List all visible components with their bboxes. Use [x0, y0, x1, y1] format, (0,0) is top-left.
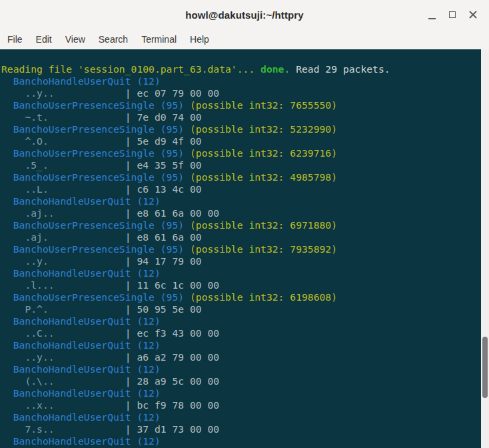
menubar: File Edit View Search Terminal Help: [0, 29, 489, 49]
packet-line: BanchoHandleUserQuit (12): [1, 75, 481, 87]
packet-line: BanchoHandleUserQuit (12): [1, 435, 481, 447]
minimize-icon: [428, 18, 436, 19]
packet-line: BanchoUserPresenceSingle (95) (possible …: [1, 123, 481, 135]
menu-item-file[interactable]: File: [1, 31, 29, 48]
hexdump-line: ..x.. | bc f9 78 00 00: [1, 399, 481, 411]
close-button[interactable]: [466, 5, 480, 24]
hexdump-line: ..y.. | ec 07 79 00 00: [1, 87, 481, 99]
menu-item-edit[interactable]: Edit: [29, 31, 59, 48]
hexdump-line: P.^. | 50 95 5e 00: [1, 303, 481, 315]
menu-item-search[interactable]: Search: [92, 31, 135, 48]
packet-line: BanchoHandleUserQuit (12): [1, 411, 481, 423]
maximize-icon: [449, 11, 456, 18]
menu-item-terminal[interactable]: Terminal: [135, 31, 183, 48]
hexdump-line: .aj. | e8 61 6a 00: [1, 231, 481, 243]
packet-line: BanchoHandleUserQuit (12): [1, 315, 481, 327]
menu-item-view[interactable]: View: [59, 31, 92, 48]
packet-line: BanchoHandleUserQuit (12): [1, 387, 481, 399]
close-icon: [469, 11, 477, 19]
menu-item-help[interactable]: Help: [183, 31, 216, 48]
hexdump-line: 7.s.. | 37 d1 73 00 00: [1, 423, 481, 435]
scrollbar-thumb[interactable]: [482, 337, 488, 398]
scrollbar-track[interactable]: [481, 49, 489, 448]
maximize-button[interactable]: [446, 5, 459, 24]
status-line: Reading file 'session_0100.part_63.data'…: [1, 63, 481, 75]
packet-line: BanchoUserPresenceSingle (95) (possible …: [1, 243, 481, 255]
terminal-screen[interactable]: Reading file 'session_0100.part_63.data'…: [0, 49, 481, 448]
minimize-button[interactable]: [425, 5, 438, 24]
hexdump-line: ..y.. | a6 a2 79 00 00: [1, 351, 481, 363]
window-controls: [425, 0, 480, 29]
packet-line: BanchoHandleUserQuit (12): [1, 195, 481, 207]
packet-line: BanchoUserPresenceSingle (95) (possible …: [1, 291, 481, 303]
hexdump-line: ..L. | c6 13 4c 00: [1, 183, 481, 195]
hexdump-line: ^.O. | 5e d9 4f 00: [1, 135, 481, 147]
hexdump-line: .l... | 11 6c 1c 00 00: [1, 279, 481, 291]
packet-line: BanchoUserPresenceSingle (95) (possible …: [1, 147, 481, 159]
packet-line: BanchoUserPresenceSingle (95) (possible …: [1, 219, 481, 231]
packet-line: BanchoHandleUserQuit (12): [1, 363, 481, 375]
window-title: howl@dakutsuji:~/httpry: [185, 9, 303, 21]
hexdump-line: .aj.. | e8 61 6a 00 00: [1, 207, 481, 219]
packet-line: BanchoUserPresenceSingle (95) (possible …: [1, 171, 481, 183]
hexdump-line: ..C.. | ec f3 43 00 00: [1, 327, 481, 339]
terminal-window: howl@dakutsuji:~/httpry File Edit View S…: [0, 0, 489, 448]
packet-line: BanchoHandleUserQuit (12): [1, 267, 481, 279]
hexdump-line: ..y. | 94 17 79 00: [1, 255, 481, 267]
hexdump-line: (.\.. | 28 a9 5c 00 00: [1, 375, 481, 387]
packet-line: BanchoHandleUserQuit (12): [1, 339, 481, 351]
packet-line: BanchoUserPresenceSingle (95) (possible …: [1, 99, 481, 111]
hexdump-line: ~.t. | 7e d0 74 00: [1, 111, 481, 123]
titlebar[interactable]: howl@dakutsuji:~/httpry: [0, 0, 489, 29]
hexdump-line: .5_. | e4 35 5f 00: [1, 159, 481, 171]
